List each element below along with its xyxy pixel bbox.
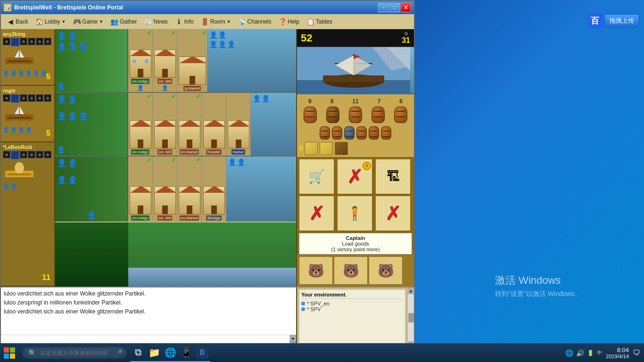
menu-news[interactable]: 📰 News (141, 16, 172, 27)
taskbar-search-bar[interactable]: 🔍 🎤 (23, 347, 126, 359)
coastal-workers-4: 👤 👤 (226, 156, 296, 168)
barrel-1[interactable] (304, 107, 317, 123)
pile-barrel-5[interactable] (369, 126, 379, 140)
main-score: 52 (301, 32, 312, 44)
worker-row-3b: 👤 👤 (57, 175, 77, 184)
item-card-x1[interactable]: ✗ $ (337, 159, 372, 194)
building-label-market-3: sm.Market (180, 215, 199, 221)
score-box-1-1: 0 (3, 38, 10, 45)
pile-barrel-6[interactable] (381, 126, 391, 140)
menu-game[interactable]: 🎮 Game ▼ (69, 16, 107, 27)
help-icon: ❓ (279, 18, 286, 25)
menu-channels[interactable]: 📡 Channels (235, 16, 275, 27)
pile-barrel-4[interactable] (356, 126, 367, 140)
pile-barrel-3[interactable] (344, 126, 355, 140)
item-card-cart[interactable]: 🛒 (299, 159, 334, 194)
pinned-explorer[interactable]: 📁 (146, 344, 162, 362)
pinned-bsw[interactable]: B (194, 344, 210, 362)
building-door (162, 140, 168, 148)
game-window: 🎲 BrettspielWelt - Brettspiele Online Po… (0, 0, 415, 349)
worker-fig: 👤 (57, 158, 66, 167)
battery-icon[interactable]: 🔋 (587, 350, 594, 356)
coastal-area-3: 👤 👤 (226, 156, 296, 222)
env-scroll-track[interactable] (408, 294, 414, 341)
scaffold-icon: 🏗 (387, 169, 400, 184)
building-market-1 (179, 57, 206, 85)
menu-back[interactable]: ◀ Back (3, 16, 32, 27)
board-row-2: 👤 👤 👤 👤 👤 👤 (55, 93, 296, 156)
taskbar-time[interactable]: 8:04 2019/4/14 (606, 346, 629, 359)
menu-gather[interactable]: 👥 Gather (107, 16, 141, 27)
barrel-3[interactable] (349, 107, 362, 123)
pinned-edge[interactable]: 🌐 (162, 344, 178, 362)
env-item-1: * SPV_en (301, 301, 403, 306)
chat-msg-1: luloo verdichtet sich aus einer Wolke gl… (4, 289, 293, 298)
cargo-yellow-1[interactable] (305, 142, 318, 155)
network-icon[interactable]: 🌐 (565, 349, 573, 357)
item-card-x2[interactable]: ✗ (299, 196, 334, 231)
search-icon: 🔍 (28, 349, 36, 357)
building-roof (130, 186, 151, 193)
pinned-phone[interactable]: 📱 (178, 344, 194, 362)
menu-room[interactable]: 🚪 Room ▼ (198, 16, 235, 27)
check-icon: ✔ (196, 157, 200, 163)
maximize-button[interactable]: □ (389, 3, 400, 12)
menu-lobby[interactable]: 🏠 Lobby ▼ (32, 16, 70, 27)
ship-svg-1 (3, 48, 36, 67)
worker-fig: 👤 (57, 112, 66, 121)
env-scrollbar[interactable]: ▲ ▼ (407, 288, 414, 348)
cargo-yellow-3[interactable] (335, 142, 348, 155)
cargo-yellow-2[interactable] (320, 142, 333, 155)
environment-title: Your environment. (301, 292, 403, 299)
item-card-scaffold[interactable]: 🏗 (375, 159, 411, 194)
worker-fig: 👤 (79, 112, 88, 121)
keyboard-icon[interactable]: 中 (597, 349, 602, 356)
item-card-figure[interactable]: 🧍 (337, 196, 372, 231)
building-harbor (228, 120, 249, 148)
notification-icon[interactable]: 🗨 (633, 349, 640, 357)
menu-info[interactable]: ℹ Info (172, 16, 198, 27)
start-button[interactable] (0, 344, 19, 362)
item-card-x3[interactable]: ✗ (375, 196, 411, 231)
worker-row-1a: 👤 👤 (57, 31, 88, 40)
building-cell-sm-market-3: ✔ sm.Market (177, 156, 202, 222)
worker-icon: 👤 (18, 70, 25, 76)
player-1-score-boxes: 0 0 0 0 0 (3, 38, 52, 46)
building-label-indigo-1: sm.Indigo (131, 79, 149, 84)
check-icon: ✔ (196, 93, 200, 99)
pinned-task-view[interactable]: ⧉ (130, 344, 146, 362)
pile-barrel-1[interactable] (320, 126, 330, 140)
score-box-1-5: 0 (44, 38, 51, 45)
env-scroll-up[interactable]: ▲ (408, 288, 414, 294)
taskbar-sys-icons: 🌐 🔊 🔋 中 (565, 349, 602, 357)
volume-icon[interactable]: 🔊 (576, 349, 584, 357)
pile-barrel-2[interactable] (332, 126, 342, 140)
worker-row-3c: 👤 (87, 211, 96, 220)
menu-help[interactable]: ❓ Help (275, 16, 303, 27)
building-cell-harbor: Harbor (226, 93, 251, 156)
barrel-2[interactable] (326, 107, 339, 123)
bear-card-1[interactable]: 🐻 (299, 256, 333, 285)
close-button[interactable]: ✕ (401, 3, 411, 12)
taskbar-search-input[interactable] (40, 350, 111, 356)
building-label-roaster: Roaster (206, 149, 221, 155)
menu-game-label: Game (82, 18, 98, 25)
scroll-up-arrow[interactable]: ▲ (290, 335, 297, 341)
info-icon: ℹ (175, 18, 183, 25)
menu-tables[interactable]: 📋 Tables (303, 16, 336, 27)
start-logo (4, 347, 15, 359)
building-door (162, 206, 168, 214)
bear-card-2[interactable]: 🐻 (334, 256, 368, 285)
building-mill-3 (154, 186, 176, 214)
env-scroll-thumb[interactable] (408, 313, 414, 322)
title-bar: 🎲 BrettspielWelt - Brettspiele Online Po… (1, 1, 414, 14)
barrel-4[interactable] (372, 107, 385, 123)
barrel-5[interactable] (394, 107, 407, 123)
bear-card-3[interactable]: 🐻 (369, 256, 403, 285)
baidu-upload-button[interactable]: 拖拽上传 (604, 14, 639, 27)
building-cell-sm-indigo-1: ✔ sm.Indigo 👤 (128, 29, 153, 92)
building-label-harbor: Harbor (231, 149, 245, 155)
minimize-button[interactable]: − (378, 3, 388, 12)
score-main: 52 (301, 32, 312, 44)
coastal-area-2: 👤 👤 (251, 93, 296, 156)
